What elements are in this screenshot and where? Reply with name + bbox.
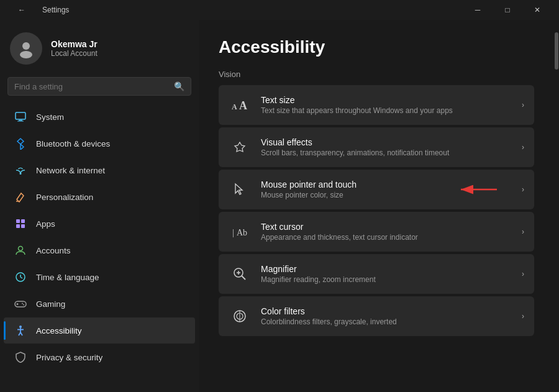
text-size-text: Text size Text size that appears through… [261, 95, 512, 115]
magnifier-desc: Magnifier reading, zoom increment [261, 275, 512, 284]
color-filters-chevron: › [522, 312, 524, 321]
text-size-icon: A A [229, 94, 251, 116]
magnifier-text: Magnifier Magnifier reading, zoom increm… [261, 264, 512, 284]
svg-text:A: A [232, 103, 237, 111]
color-filters-desc: Colorblindness filters, grayscale, inver… [261, 317, 512, 326]
sidebar-item-label-personalization: Personalization [36, 193, 93, 202]
text-size-title: Text size [261, 95, 512, 105]
svg-point-1 [20, 51, 32, 58]
user-name: Okemwa Jr [51, 39, 98, 49]
minimize-button[interactable]: ─ [463, 0, 492, 20]
vision-section-label: Vision [219, 70, 534, 79]
minimize-icon: ─ [475, 6, 481, 14]
color-filters-icon [229, 305, 251, 327]
svg-point-11 [19, 247, 23, 251]
search-icon: 🔍 [174, 81, 184, 91]
nav-list: System Bluetooth & devices [0, 103, 199, 392]
apps-icon [14, 217, 27, 230]
visual-effects-text: Visual effects Scroll bars, transparency… [261, 137, 512, 157]
visual-effects-desc: Scroll bars, transparency, animations, n… [261, 148, 512, 157]
system-icon [14, 110, 27, 124]
svg-point-18 [22, 303, 23, 304]
sidebar-item-network[interactable]: Network & internet [4, 157, 195, 183]
sidebar-item-gaming[interactable]: Gaming [4, 291, 195, 317]
time-icon [14, 270, 27, 284]
svg-rect-9 [16, 224, 20, 228]
magnifier-title: Magnifier [261, 264, 512, 274]
page-title: Accessibility [219, 37, 534, 57]
color-filters-text: Color filters Colorblindness filters, gr… [261, 306, 512, 326]
settings-item-magnifier[interactable]: Magnifier Magnifier reading, zoom increm… [219, 254, 534, 294]
svg-text:Ab: Ab [237, 228, 247, 237]
color-filters-title: Color filters [261, 306, 512, 316]
user-type: Local Account [51, 49, 98, 58]
sidebar-item-personalization[interactable]: Personalization [4, 184, 195, 210]
settings-item-color-filters[interactable]: Color filters Colorblindness filters, gr… [219, 296, 534, 336]
back-button[interactable]: ← [7, 0, 36, 20]
svg-rect-2 [16, 112, 25, 119]
sidebar-item-accessibility[interactable]: Accessibility [4, 317, 195, 344]
sidebar-item-label-privacy: Privacy & security [36, 353, 102, 362]
magnifier-icon [229, 263, 251, 285]
svg-rect-8 [21, 219, 25, 223]
svg-rect-10 [21, 224, 25, 228]
avatar [10, 32, 42, 65]
sidebar: Okemwa Jr Local Account 🔍 [0, 20, 199, 392]
sidebar-item-accounts[interactable]: Accounts [4, 237, 195, 263]
magnifier-chevron: › [522, 270, 524, 278]
titlebar-left: ← Settings [7, 0, 69, 20]
search-input[interactable] [14, 82, 169, 91]
main-content: Accessibility Vision A A Text size Text … [199, 20, 554, 392]
settings-item-text-cursor[interactable]: | Ab Text cursor Appearance and thicknes… [219, 212, 534, 252]
user-info: Okemwa Jr Local Account [51, 39, 98, 58]
visual-effects-icon [229, 136, 251, 158]
sidebar-item-label-time: Time & language [36, 273, 99, 282]
mouse-pointer-chevron: › [522, 185, 524, 194]
red-arrow-annotation [453, 180, 503, 199]
text-cursor-chevron: › [522, 227, 524, 236]
search-box[interactable]: 🔍 [7, 77, 191, 96]
svg-point-5 [20, 173, 22, 175]
sidebar-item-label-apps: Apps [36, 219, 55, 229]
scrollbar-thumb[interactable] [555, 32, 558, 70]
svg-line-24 [20, 332, 22, 335]
maximize-button[interactable]: □ [493, 0, 522, 20]
sidebar-item-time[interactable]: Time & language [4, 264, 195, 290]
settings-item-visual-effects[interactable]: Visual effects Scroll bars, transparency… [219, 127, 534, 167]
gaming-icon [14, 297, 27, 311]
close-button[interactable]: ✕ [523, 0, 552, 20]
scrollbar-track[interactable] [554, 20, 559, 392]
titlebar-controls: ─ □ ✕ [463, 0, 552, 20]
privacy-icon [14, 350, 27, 364]
svg-point-20 [19, 326, 22, 328]
maximize-icon: □ [505, 6, 509, 14]
titlebar-title: Settings [42, 6, 69, 14]
sidebar-item-label-accessibility: Accessibility [36, 326, 82, 335]
sidebar-item-system[interactable]: System [4, 104, 195, 130]
user-profile[interactable]: Okemwa Jr Local Account [0, 25, 199, 75]
sidebar-item-label-system: System [36, 112, 64, 122]
accounts-icon [14, 244, 27, 257]
sidebar-item-bluetooth[interactable]: Bluetooth & devices [4, 130, 195, 157]
text-cursor-desc: Appearance and thickness, text cursor in… [261, 233, 512, 242]
text-cursor-icon: | Ab [229, 221, 251, 243]
settings-item-text-size[interactable]: A A Text size Text size that appears thr… [219, 85, 534, 125]
svg-text:A: A [239, 99, 247, 112]
sidebar-item-label-gaming: Gaming [36, 299, 65, 309]
text-cursor-title: Text cursor [261, 222, 512, 232]
back-icon: ← [18, 6, 25, 14]
sidebar-item-apps[interactable]: Apps [4, 211, 195, 237]
visual-effects-title: Visual effects [261, 137, 512, 147]
network-icon [14, 163, 27, 177]
visual-effects-chevron: › [522, 143, 524, 152]
svg-line-14 [20, 277, 22, 278]
app-body: Okemwa Jr Local Account 🔍 [0, 20, 559, 392]
bluetooth-icon [14, 137, 27, 150]
personalization-icon [14, 190, 27, 204]
settings-item-mouse-pointer[interactable]: Mouse pointer and touch Mouse pointer co… [219, 170, 534, 209]
close-icon: ✕ [534, 6, 540, 14]
sidebar-item-label-bluetooth: Bluetooth & devices [36, 139, 110, 148]
mouse-pointer-icon [229, 178, 251, 201]
search-container: 🔍 [0, 75, 199, 103]
sidebar-item-privacy[interactable]: Privacy & security [4, 344, 195, 370]
